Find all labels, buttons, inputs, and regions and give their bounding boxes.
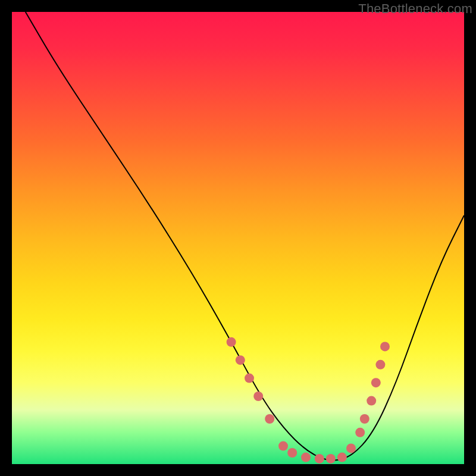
watermark-text: TheBottleneck.com: [358, 1, 472, 17]
marker-group: [227, 337, 390, 464]
data-marker: [265, 414, 274, 424]
data-marker: [360, 414, 369, 424]
data-marker: [337, 453, 347, 462]
data-marker: [315, 454, 324, 464]
data-marker: [245, 374, 254, 383]
data-marker: [278, 441, 288, 451]
data-marker: [355, 428, 365, 437]
data-marker: [346, 443, 356, 453]
plot-area: [12, 12, 464, 464]
data-marker: [375, 360, 385, 369]
data-marker: [326, 454, 336, 464]
data-marker: [367, 396, 376, 406]
chart-svg: [12, 12, 464, 464]
data-marker: [380, 342, 390, 351]
chart-frame: TheBottleneck.com: [0, 0, 476, 476]
data-marker: [253, 392, 263, 401]
curve-line: [26, 12, 464, 460]
data-marker: [227, 337, 236, 347]
data-marker: [236, 355, 245, 365]
data-marker: [301, 453, 311, 462]
data-marker: [371, 378, 381, 387]
data-marker: [287, 448, 297, 458]
